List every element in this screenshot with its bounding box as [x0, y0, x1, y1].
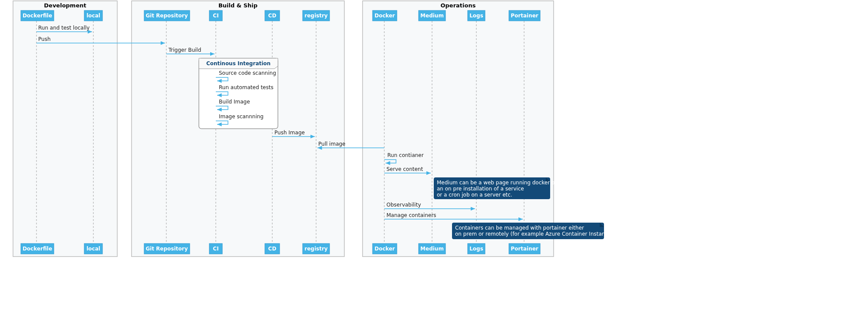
svg-text:local: local [86, 13, 100, 19]
note-medium: Medium can be a web page running docker … [434, 177, 557, 199]
label-run-tests: Run automated tests [219, 84, 274, 90]
participant-ci-bottom: CI [209, 244, 222, 254]
label-push: Push [38, 36, 51, 42]
label-trigger: Trigger Build [168, 47, 201, 53]
svg-text:Docker: Docker [374, 13, 395, 19]
participant-local-bottom: local [84, 244, 102, 254]
participant-medium-bottom: Medium [419, 244, 446, 254]
svg-text:CI: CI [213, 13, 218, 19]
svg-text:Logs: Logs [469, 13, 483, 19]
participant-portainer-top: Portainer [509, 10, 540, 21]
frame-ci-title: Continous Integration [206, 60, 271, 67]
participant-registry-bottom: registry [303, 244, 330, 254]
svg-text:Portainer: Portainer [511, 13, 538, 19]
label-manage: Manage containers [386, 212, 436, 218]
participant-dockerfile-bottom: Dockerfile [21, 244, 54, 254]
label-run-ctr: Run contianer [387, 152, 424, 158]
participant-registry-top: registry [303, 10, 330, 21]
note-portainer: Containers can be managed with portainer… [452, 223, 616, 239]
participant-docker-bottom: Docker [373, 244, 397, 254]
svg-text:Medium can be a web page runni: Medium can be a web page running docker … [437, 180, 557, 186]
label-push-img: Push Image [274, 130, 305, 136]
group-ops-title: Operations [441, 2, 476, 9]
participant-dockerfile-top: Dockerfile [21, 10, 54, 21]
participant-portainer-bottom: Portainer [509, 244, 540, 254]
label-obs: Observability [386, 202, 421, 208]
svg-text:Containers can be managed with: Containers can be managed with portainer… [455, 225, 584, 231]
svg-text:Git Repository: Git Repository [145, 246, 188, 252]
svg-text:Git Repository: Git Repository [145, 13, 188, 19]
participant-git-bottom: Git Repository [144, 244, 190, 254]
sequence-diagram: Development Build & Ship Operations Dock… [0, 0, 868, 327]
svg-text:local: local [86, 246, 100, 252]
label-pull-img: Pull image [318, 141, 346, 147]
participant-docker-top: Docker [373, 10, 397, 21]
participant-logs-bottom: Logs [468, 244, 485, 254]
group-dev-title: Development [44, 2, 86, 9]
participant-local-top: local [84, 10, 102, 21]
svg-text:CD: CD [268, 246, 277, 252]
svg-text:an on pre installation of a se: an on pre installation of a service [437, 186, 524, 192]
group-dev [13, 1, 117, 257]
participant-logs-top: Logs [468, 10, 485, 21]
svg-text:Medium: Medium [420, 246, 444, 252]
svg-text:or a cron job on a server etc.: or a cron job on a server etc. [437, 192, 512, 198]
svg-text:on prem or remotely (for examp: on prem or remotely (for example Azure C… [455, 231, 616, 237]
svg-text:Medium: Medium [420, 13, 444, 19]
participant-medium-top: Medium [419, 10, 446, 21]
label-scan-src: Source code scanning [219, 70, 276, 76]
label-serve: Serve content [386, 166, 423, 172]
svg-text:registry: registry [304, 246, 328, 252]
participant-cd-bottom: CD [265, 244, 280, 254]
label-build-img: Build Image [219, 99, 250, 105]
label-run-local: Run and test locally [38, 25, 89, 31]
svg-text:Dockerfile: Dockerfile [23, 246, 52, 252]
svg-text:CD: CD [268, 13, 277, 19]
svg-text:CI: CI [213, 246, 218, 252]
svg-text:registry: registry [304, 13, 328, 19]
svg-text:Portainer: Portainer [511, 246, 538, 252]
svg-text:Logs: Logs [469, 246, 483, 252]
participant-git-top: Git Repository [144, 10, 190, 21]
svg-text:Docker: Docker [374, 246, 395, 252]
participant-cd-top: CD [265, 10, 280, 21]
svg-text:Dockerfile: Dockerfile [23, 13, 52, 19]
group-build-title: Build & Ship [218, 2, 257, 9]
participant-ci-top: CI [209, 10, 222, 21]
label-scan-img: Image scannning [219, 113, 264, 120]
